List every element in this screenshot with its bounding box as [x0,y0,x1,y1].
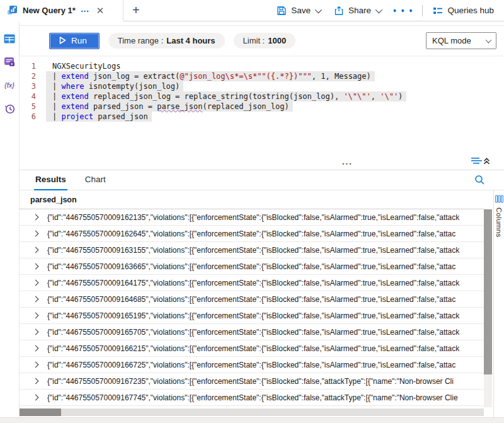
parsed-json-cell: {"id":"4467550570009163155","violations"… [47,246,484,255]
line-number: 5 [20,101,46,112]
vertical-scrollbar-thumb[interactable] [484,209,492,374]
limit-picker[interactable]: Limit : 1000 [234,33,296,49]
code-line[interactable]: 5| extend parsed_json = parse_json(repla… [20,101,504,112]
parsed-json-cell: {"id":"4467550570009165705","violations"… [47,328,484,337]
results-rows: {"id":"4467550570009162135","violations"… [20,209,484,406]
editor-lines: 1NGXSecurityLogs2| extend json_log = ext… [20,61,504,122]
expand-row-chevron-icon[interactable] [33,329,39,335]
tab-title: New Query 1* [23,6,76,15]
divider [422,5,423,16]
columns-panel-tab[interactable]: Columns [493,190,504,417]
editor-results-splitter[interactable]: ... [20,154,504,170]
result-row[interactable]: {"id":"4467550570009163665","violations"… [20,258,484,275]
entity-sidebar: {fx} [0,21,20,423]
result-row[interactable]: {"id":"4467550570009167745","violations"… [20,390,484,406]
expand-row-chevron-icon[interactable] [33,264,39,270]
query-tab[interactable]: New Query 1* ⋯ ✕ [0,0,123,21]
code-text[interactable]: | project parsed_json [46,112,152,122]
parsed-json-cell: {"id":"4467550570009164685","violations"… [47,295,484,304]
columns-icon [495,195,503,203]
expand-row-chevron-icon[interactable] [33,395,39,401]
search-results-button[interactable] [474,175,485,188]
column-header-parsed-json[interactable]: parsed_json [20,190,484,209]
saved-queries-icon[interactable] [4,56,15,67]
new-tab-button[interactable]: + [123,0,149,21]
parsed-json-cell: {"id":"4467550570009164175","violations"… [47,279,484,287]
expand-row-chevron-icon[interactable] [33,378,39,385]
result-row[interactable]: {"id":"4467550570009163155","violations"… [20,242,484,258]
queries-hub-button[interactable]: Queries hub [429,3,498,18]
code-text[interactable]: | extend replaced_json_log = replace_str… [46,91,406,101]
line-number: 6 [20,112,46,122]
query-history-icon[interactable] [4,103,15,114]
code-line[interactable]: 4| extend replaced_json_log = replace_st… [20,91,504,101]
horizontal-scrollbar[interactable] [20,409,484,416]
expand-row-chevron-icon[interactable] [33,214,39,221]
line-number: 4 [20,91,46,101]
vertical-scrollbar[interactable] [484,209,492,407]
code-text[interactable]: | extend parsed_json = parse_json(replac… [46,101,293,112]
expand-row-chevron-icon[interactable] [33,296,39,303]
tab-chart[interactable]: Chart [84,175,107,190]
tab-more-icon[interactable]: ⋯ [81,6,90,16]
expand-row-chevron-icon[interactable] [33,231,39,237]
results-tab-strip: Results Chart [20,170,504,190]
query-editor[interactable]: 1NGXSecurityLogs2| extend json_log = ext… [20,55,504,154]
chevron-down-icon [486,37,492,43]
parsed-json-cell: {"id":"4467550570009162645","violations"… [47,229,484,238]
save-button[interactable]: Save [273,3,324,18]
parsed-json-cell: {"id":"4467550570009163665","violations"… [47,262,484,271]
expand-row-chevron-icon[interactable] [33,247,39,253]
kql-mode-select[interactable]: KQL mode [426,32,496,49]
chevron-down-icon [315,6,322,13]
result-row[interactable]: {"id":"4467550570009164175","violations"… [20,275,484,291]
result-row[interactable]: {"id":"4467550570009162135","violations"… [20,209,484,226]
code-line[interactable]: 1NGXSecurityLogs [20,61,504,71]
parsed-json-cell: {"id":"4467550570009166725","violations"… [47,361,484,369]
result-row[interactable]: {"id":"4467550570009165195","violations"… [20,308,484,324]
run-button[interactable]: Run [49,33,100,49]
result-row[interactable]: {"id":"4467550570009166725","violations"… [20,357,484,373]
parsed-json-cell: {"id":"4467550570009166215","violations"… [47,344,484,353]
result-row[interactable]: {"id":"4467550570009162645","violations"… [20,226,484,242]
result-row[interactable]: {"id":"4467550570009167235","violations"… [20,373,484,390]
expand-row-chevron-icon[interactable] [33,345,39,352]
horizontal-scrollbar-thumb[interactable] [20,409,61,416]
parsed-json-cell: {"id":"4467550570009167235","violations"… [47,377,484,386]
result-row[interactable]: {"id":"4467550570009164685","violations"… [20,291,484,308]
code-line[interactable]: 6| project parsed_json [20,112,504,122]
code-text[interactable]: NGXSecurityLogs [46,61,124,71]
expand-row-chevron-icon[interactable] [33,313,39,319]
queries-hub-icon [433,6,443,15]
expand-row-chevron-icon[interactable] [33,362,39,368]
chevron-down-icon [375,6,382,13]
splitter-drag-handle-icon[interactable]: ... [342,159,353,165]
time-range-picker[interactable]: Time range : Last 4 hours [108,33,225,49]
code-line[interactable]: 2| extend json_log = extract(@"json_log\… [20,71,504,81]
window-bottom-edge [0,417,504,423]
tab-close-icon[interactable]: ✕ [95,5,106,16]
tab-bar: New Query 1* ⋯ ✕ + Save Share • • • [0,0,504,21]
result-row[interactable]: {"id":"4467550570009166215","violations"… [20,340,484,357]
share-button[interactable]: Share [330,3,384,18]
functions-icon[interactable]: {fx} [4,79,15,91]
code-text[interactable]: | where isnotempty(json_log) [46,81,183,91]
collapse-editor-button[interactable] [471,156,490,168]
line-number: 2 [20,71,46,81]
more-actions-button[interactable]: • • • [391,6,416,16]
expand-row-chevron-icon[interactable] [33,280,39,286]
save-icon [277,6,287,16]
code-line[interactable]: 3| where isnotempty(json_log) [20,81,504,91]
line-number: 1 [20,61,46,71]
play-icon [59,37,66,44]
line-number: 3 [20,81,46,91]
code-text[interactable]: | extend json_log = extract(@"json_log\s… [46,71,375,81]
search-icon [474,175,485,185]
result-row[interactable]: {"id":"4467550570009165705","violations"… [20,324,484,340]
header-actions: Save Share • • • Queries hub [273,0,504,21]
parsed-json-cell: {"id":"4467550570009167745","violations"… [47,393,484,402]
columns-panel-label: Columns [495,207,503,237]
parsed-json-cell: {"id":"4467550570009165195","violations"… [47,311,484,320]
tables-icon[interactable] [4,33,15,44]
tab-results[interactable]: Results [34,175,67,190]
